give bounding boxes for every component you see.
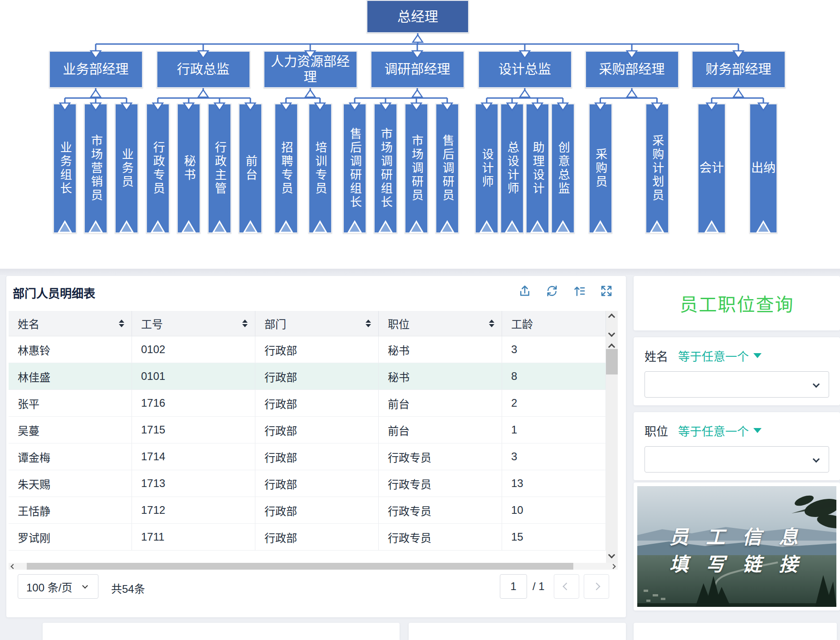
table-cell: 秘书 — [379, 363, 502, 389]
fullscreen-icon[interactable] — [599, 283, 614, 299]
table-horizontal-scrollbar[interactable] — [9, 563, 618, 570]
table-row[interactable]: 林惠铃0102行政部秘书3 — [9, 336, 618, 363]
bottom-card-right — [634, 623, 837, 640]
triangle-down-icon — [753, 428, 762, 433]
column-header-label: 部门 — [264, 315, 286, 331]
table-title: 部门人员明细表 — [13, 284, 95, 301]
next-page-button[interactable] — [584, 574, 609, 599]
table-vertical-scrollbar[interactable] — [606, 311, 618, 563]
filter-operator-dropdown[interactable]: 等于任意一个 — [678, 347, 762, 364]
table-cell: 行政部 — [255, 363, 379, 389]
employee-info-link-image[interactable]: 员 工 信 息 填 写 链 接 — [637, 486, 836, 607]
table-cell: 13 — [502, 470, 606, 497]
refresh-icon[interactable] — [544, 283, 560, 299]
table-row[interactable]: 谭金梅1714行政部行政专员3 — [9, 443, 618, 470]
org-node-调研部经理: 调研部经理 — [371, 51, 464, 88]
column-header-姓名[interactable]: 姓名 — [9, 311, 132, 336]
table-cell: 秘书 — [379, 336, 502, 363]
table-cell: 1713 — [132, 470, 255, 497]
total-pages-label: / 1 — [532, 580, 545, 593]
org-chart: 总经理业务部经理业务组长市场营销员业务员行政总监行政专员秘书行政主管前台人力资源… — [0, 0, 840, 269]
sort-icon[interactable] — [489, 320, 494, 327]
org-node-助理设计: 助理设计 — [526, 103, 549, 233]
filter-operator-label: 等于任意一个 — [678, 347, 749, 364]
position-filter-select[interactable] — [645, 446, 829, 473]
table-cell: 谭金梅 — [9, 443, 132, 470]
column-header-职位[interactable]: 职位 — [379, 311, 502, 336]
table-cell: 1714 — [132, 443, 255, 470]
name-filter-select[interactable] — [645, 371, 829, 398]
position-filter-card: 职位 等于任意一个 — [634, 412, 840, 480]
scroll-right-icon[interactable] — [609, 565, 618, 568]
table-cell: 10 — [502, 497, 606, 523]
export-icon[interactable] — [517, 283, 532, 299]
org-node-市场调研员: 市场调研员 — [405, 103, 428, 233]
org-node-总设计师: 总设计师 — [500, 103, 524, 233]
org-node-秘书: 秘书 — [177, 103, 200, 233]
page-number-input[interactable] — [500, 574, 527, 599]
column-header-label: 工号 — [141, 315, 163, 331]
vertical-scroll-thumb[interactable] — [606, 349, 618, 374]
org-node-市场营销员: 市场营销员 — [84, 103, 107, 233]
pagination-bar: 100 条/页 共54条 / 1 — [9, 574, 618, 599]
org-chart-nodes: 总经理业务部经理业务组长市场营销员业务员行政总监行政专员秘书行政主管前台人力资源… — [0, 0, 840, 269]
table-row[interactable]: 吴蔓1715行政部前台1 — [9, 417, 618, 443]
query-panel-title: 员工职位查询 — [680, 290, 794, 316]
org-node-培训专员: 培训专员 — [308, 103, 332, 233]
table-cell: 行政部 — [255, 524, 379, 550]
table-cell: 3 — [502, 443, 606, 470]
personnel-table: 姓名工号部门职位工龄林惠铃0102行政部秘书3林佳盛0101行政部秘书8张平17… — [9, 311, 618, 563]
horizontal-scroll-thumb[interactable] — [27, 563, 573, 570]
table-cell: 行政部 — [255, 497, 379, 523]
column-header-label: 职位 — [388, 315, 410, 331]
table-row[interactable]: 罗试刚1711行政部行政专员15 — [9, 524, 618, 551]
org-node-业务组长: 业务组长 — [53, 103, 77, 233]
sort-icon[interactable] — [366, 320, 371, 327]
table-cell: 行政专员 — [379, 497, 502, 523]
table-cell: 行政部 — [255, 390, 379, 416]
table-cell: 1715 — [132, 417, 255, 443]
table-row[interactable]: 朱天赐1713行政部行政专员13 — [9, 470, 618, 497]
column-header-部门[interactable]: 部门 — [255, 311, 379, 336]
table-cell: 0101 — [132, 363, 255, 389]
filter-header: 姓名 等于任意一个 — [645, 347, 829, 364]
filter-header: 职位 等于任意一个 — [645, 422, 829, 439]
scroll-up-icon[interactable] — [609, 315, 614, 320]
table-cell: 行政部 — [255, 336, 379, 363]
table-row[interactable]: 王恬静1712行政部行政专员10 — [9, 497, 618, 524]
table-cell: 1711 — [132, 524, 255, 550]
table-row[interactable]: 张平1716行政部前台2 — [9, 390, 618, 417]
table-cell: 张平 — [9, 390, 132, 416]
sort-icon[interactable] — [242, 320, 248, 327]
org-node-售后调研员: 售后调研员 — [435, 103, 459, 233]
table-row-partial — [9, 551, 618, 563]
table-cell: 1712 — [132, 497, 255, 523]
total-count-label: 共54条 — [111, 580, 145, 596]
scroll-left-icon[interactable] — [9, 565, 18, 568]
sort-list-icon[interactable] — [571, 283, 587, 299]
scroll-down-icon[interactable] — [609, 331, 614, 336]
page-size-select[interactable]: 100 条/页 — [18, 574, 98, 599]
org-node-业务部经理: 业务部经理 — [49, 51, 143, 88]
column-header-label: 姓名 — [18, 315, 39, 331]
horizontal-scroll-track[interactable] — [18, 563, 609, 570]
org-node-采购计划员: 采购计划员 — [645, 103, 669, 233]
bottom-card-middle — [409, 623, 626, 640]
org-node-财务部经理: 财务部经理 — [692, 51, 786, 88]
org-node-业务员: 业务员 — [115, 103, 138, 233]
org-node-采购部经理: 采购部经理 — [585, 51, 679, 88]
table-cell: 1716 — [132, 390, 255, 416]
prev-page-button[interactable] — [554, 574, 579, 599]
scroll-down-icon[interactable] — [609, 552, 614, 557]
column-header-工号[interactable]: 工号 — [132, 311, 255, 336]
org-node-设计师: 设计师 — [475, 103, 498, 233]
table-row[interactable]: 林佳盛0101行政部秘书8 — [9, 363, 618, 390]
table-cell: 罗试刚 — [9, 524, 132, 550]
filter-operator-dropdown[interactable]: 等于任意一个 — [678, 422, 762, 439]
org-node-招聘专员: 招聘专员 — [274, 103, 298, 233]
triangle-down-icon — [753, 353, 762, 358]
table-cell: 行政部 — [255, 443, 379, 470]
sort-icon[interactable] — [119, 320, 124, 327]
column-header-工龄[interactable]: 工龄 — [502, 311, 606, 336]
org-node-行政主管: 行政主管 — [208, 103, 231, 233]
